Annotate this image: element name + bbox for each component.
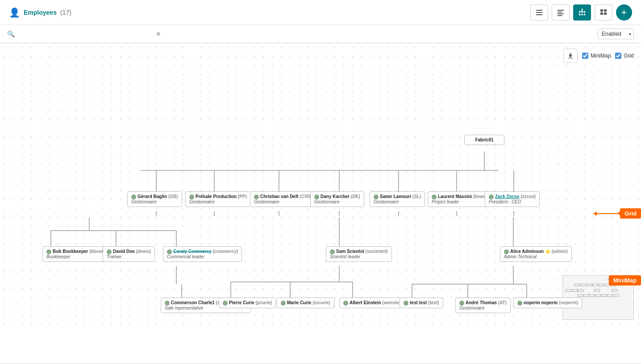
emp-card-at[interactable]: André Thomas (AT)Gestionnaire	[455, 298, 511, 313]
emp-card-aeinstein[interactable]: Albert Einstein (aeinstein)	[339, 298, 408, 308]
svg-rect-11	[579, 14, 581, 15]
emp-card-mcurie[interactable]: Marie Curie (mcurie)	[277, 298, 334, 308]
list-view-btn-1[interactable]	[530, 4, 548, 21]
list-view-btn-2[interactable]	[552, 4, 570, 21]
emp-card-gb[interactable]: Gérard Baglin (GB)Gestionnaire	[127, 191, 182, 207]
search-icon[interactable]: 🔍	[7, 30, 15, 37]
org-lines-svg	[0, 43, 641, 329]
emp-card-dk[interactable]: Dany Karcher (DK)Gestionnaire	[310, 191, 364, 207]
filter-wrapper: Enabled Disabled All ▾	[598, 29, 634, 39]
svg-rect-5	[558, 13, 564, 14]
grid-label-badge: Grid	[620, 208, 641, 219]
minimap-label-text: MiniMap	[591, 53, 611, 59]
emp-card-demo[interactable]: David Doe (demo)Trainee	[103, 246, 155, 262]
header-right: +	[530, 4, 632, 21]
employee-count: (17)	[60, 9, 71, 16]
header-left: 👤 Employees (17)	[9, 7, 71, 18]
grid-checkbox[interactable]	[615, 53, 621, 59]
svg-rect-1	[536, 12, 542, 13]
emp-card-admin[interactable]: Alice Adminson ⭐ (admin)Admin Technical	[500, 246, 572, 262]
svg-rect-21	[600, 12, 603, 15]
grid-view-btn[interactable]	[595, 4, 612, 21]
svg-rect-2	[536, 14, 542, 15]
svg-rect-19	[600, 9, 603, 12]
svg-rect-12	[581, 14, 583, 15]
svg-rect-4	[558, 12, 562, 12]
grid-toggle-label: Grid	[615, 53, 634, 59]
svg-rect-13	[584, 14, 586, 15]
top-header: 👤 Employees (17)	[0, 0, 641, 25]
person-icon: 👤	[9, 7, 20, 18]
emp-card-fabric01[interactable]: Fabric01	[464, 135, 504, 145]
emp-card-zzce[interactable]: Zack Zecso (zzceo)President - CEO	[485, 191, 540, 207]
grid-label-text: Grid	[624, 53, 634, 59]
org-chart[interactable]: MiniMap Grid Fabric01Gérard Baglin (GB)G…	[0, 43, 641, 329]
minimap-annotation: MiniMap	[609, 275, 641, 285]
emp-card-pp[interactable]: Prélude Production (PP)Gestionnaire	[185, 191, 251, 207]
emp-card-sscientol[interactable]: Sam Scientol (sscientol)Scientist leader	[326, 246, 392, 262]
svg-rect-3	[558, 10, 564, 11]
minimap-toggle-label: MiniMap	[582, 53, 611, 59]
emp-card-test[interactable]: test test (test)	[400, 298, 443, 308]
search-bar: 🔍 ✕ Enabled Disabled All ▾	[0, 25, 641, 43]
main-content: MiniMap Grid Fabric01Gérard Baglin (GB)G…	[0, 43, 641, 363]
search-input[interactable]	[18, 31, 152, 37]
svg-rect-22	[604, 12, 607, 15]
emp-card-cvd[interactable]: Christian van Deft (CVD)Gestionnaire	[250, 191, 316, 207]
svg-rect-0	[536, 10, 542, 11]
add-employee-btn[interactable]: +	[616, 4, 632, 21]
svg-rect-20	[604, 9, 607, 12]
download-btn[interactable]	[563, 49, 578, 63]
org-toolbar: MiniMap Grid	[563, 49, 634, 63]
emp-card-noperm[interactable]: noperm noperm (noperm)	[513, 298, 582, 308]
emp-card-pcurie[interactable]: Pierre Curie (pcurie)	[219, 298, 276, 308]
minimap-checkbox[interactable]	[582, 53, 588, 59]
emp-name: Fabric01	[468, 137, 500, 142]
grid-annotation: Grid	[593, 208, 641, 219]
svg-rect-7	[581, 8, 583, 10]
minimap-label-badge: MiniMap	[609, 275, 641, 285]
org-view-btn[interactable]	[573, 4, 591, 21]
svg-rect-6	[558, 15, 562, 16]
clear-icon[interactable]: ✕	[156, 30, 161, 37]
emp-card-sl[interactable]: Samir Lamouri (SL)Gestionnaire	[370, 191, 425, 207]
employees-link[interactable]: Employees	[24, 9, 57, 16]
svg-rect-23	[568, 58, 573, 58]
emp-card-ccom[interactable]: Coraly Commercy (commercy)Commercial lea…	[163, 246, 242, 262]
filter-select[interactable]: Enabled Disabled All	[598, 29, 634, 39]
